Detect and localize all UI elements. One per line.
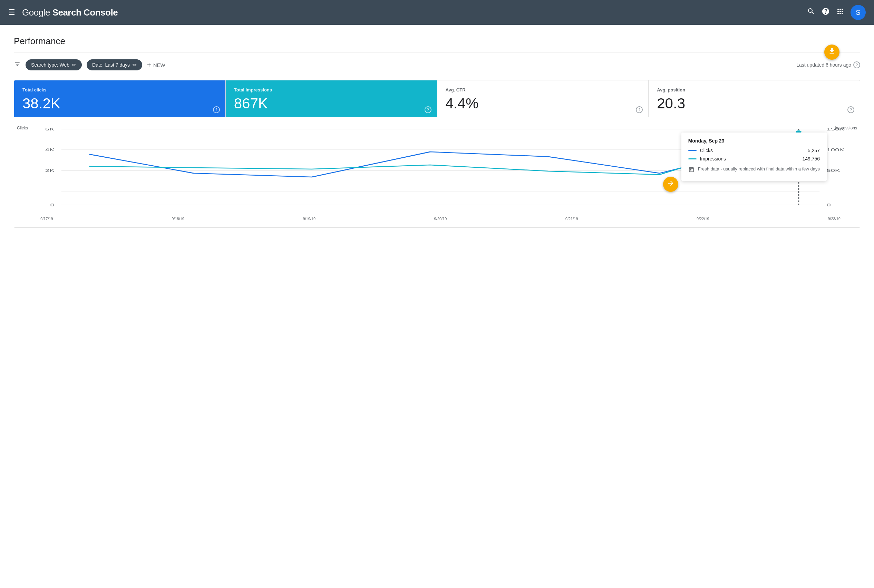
page-title: Performance	[14, 36, 860, 46]
total-clicks-value: 38.2K	[23, 95, 217, 112]
apps-grid-icon[interactable]	[836, 7, 844, 18]
x-label-6: 9/23/19	[828, 217, 841, 221]
tooltip-impressions-value: 149,756	[802, 156, 820, 162]
last-updated: Last updated 6 hours ago ?	[796, 62, 860, 68]
total-impressions-value: 867K	[234, 95, 429, 112]
new-filter-button[interactable]: + NEW	[147, 61, 165, 69]
svg-text:0: 0	[826, 203, 831, 207]
tooltip-title: Monday, Sep 23	[688, 138, 820, 144]
download-arrow-icon	[828, 47, 836, 57]
total-clicks-card[interactable]: Total clicks 38.2K ?	[14, 80, 226, 117]
total-clicks-help-icon[interactable]: ?	[213, 106, 220, 113]
tooltip-clicks-value: 5,257	[808, 148, 820, 153]
avg-position-label: Avg. position	[657, 87, 851, 93]
x-label-2: 9/19/19	[303, 217, 315, 221]
metric-cards: Total clicks 38.2K ? Total impressions 8…	[14, 80, 860, 117]
x-label-4: 9/21/19	[565, 217, 578, 221]
total-impressions-help-icon[interactable]: ?	[425, 106, 431, 113]
clicks-line-indicator	[688, 150, 697, 151]
avg-ctr-card[interactable]: Avg. CTR 4.4% ?	[437, 80, 649, 117]
date-filter[interactable]: Date: Last 7 days ✏	[87, 59, 142, 70]
total-clicks-label: Total clicks	[23, 87, 217, 93]
user-avatar[interactable]: S	[850, 5, 866, 20]
avg-position-card[interactable]: Avg. position 20.3 ?	[649, 80, 860, 117]
tooltip-impressions-row: Impressions 149,756	[688, 156, 820, 162]
avg-ctr-value: 4.4%	[446, 95, 640, 112]
navigate-forward-button[interactable]	[663, 177, 678, 192]
tooltip-fresh-data: Fresh data - usually replaced with final…	[688, 166, 820, 175]
section-divider	[14, 52, 860, 52]
download-button[interactable]	[824, 45, 839, 60]
tooltip-clicks-row: Clicks 5,257	[688, 148, 820, 153]
svg-text:100K: 100K	[826, 148, 844, 152]
svg-text:50K: 50K	[826, 168, 840, 173]
chart-tooltip: Monday, Sep 23 Clicks 5,257 Impressions …	[682, 132, 827, 181]
app-logo: Google Search Console	[22, 7, 807, 18]
total-impressions-label: Total impressions	[234, 87, 429, 93]
filter-bar: Search type: Web ✏ Date: Last 7 days ✏ +…	[14, 59, 860, 70]
svg-text:6K: 6K	[45, 127, 55, 132]
calendar-icon	[688, 166, 694, 175]
avg-ctr-label: Avg. CTR	[446, 87, 640, 93]
impressions-line-indicator	[688, 158, 697, 159]
help-icon[interactable]	[821, 7, 830, 18]
svg-text:2K: 2K	[45, 168, 55, 173]
total-impressions-card[interactable]: Total impressions 867K ?	[226, 80, 437, 117]
chart-svg-area: 6K 4K 2K 0 150K 100K 50K 0	[20, 126, 854, 215]
filter-icon[interactable]	[14, 61, 21, 69]
tooltip-clicks-label: Clicks	[700, 148, 808, 153]
x-label-0: 9/17/19	[41, 217, 53, 221]
avg-ctr-help-icon[interactable]: ?	[636, 106, 643, 113]
menu-icon[interactable]: ☰	[8, 8, 15, 17]
x-axis-labels: 9/17/19 9/18/19 9/19/19 9/20/19 9/21/19 …	[20, 217, 854, 221]
search-icon[interactable]	[807, 7, 815, 18]
edit-date-icon: ✏	[132, 62, 137, 68]
edit-search-type-icon: ✏	[72, 62, 76, 68]
svg-text:0: 0	[50, 203, 54, 207]
avg-position-help-icon[interactable]: ?	[847, 106, 854, 113]
plus-icon: +	[147, 61, 151, 69]
x-label-3: 9/20/19	[434, 217, 447, 221]
svg-text:4K: 4K	[45, 148, 55, 152]
svg-text:150K: 150K	[826, 127, 844, 132]
app-header: ☰ Google Search Console S	[0, 0, 874, 25]
x-label-5: 9/22/19	[697, 217, 709, 221]
header-actions: S	[807, 5, 866, 20]
avg-position-value: 20.3	[657, 95, 851, 112]
x-label-1: 9/18/19	[171, 217, 184, 221]
last-updated-info-icon[interactable]: ?	[853, 62, 860, 68]
tooltip-impressions-label: Impressions	[700, 156, 803, 162]
arrow-right-icon	[667, 179, 674, 189]
performance-chart: Clicks Impressions 6K 4K 2K 0 150K 100K …	[14, 117, 860, 228]
search-type-filter[interactable]: Search type: Web ✏	[26, 59, 82, 70]
main-content: Performance Search type: Web ✏ Date: Las…	[0, 25, 874, 588]
